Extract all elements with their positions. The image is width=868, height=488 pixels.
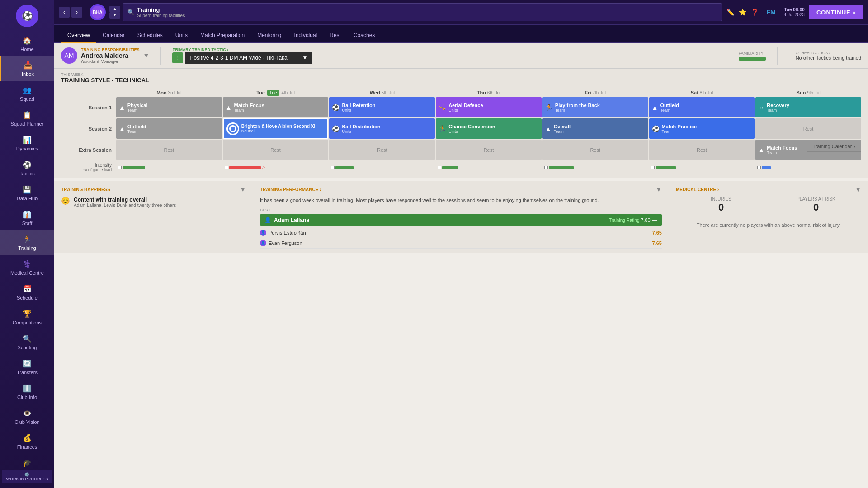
extra-mon[interactable]: Rest xyxy=(116,140,222,160)
manager-avatar: AM xyxy=(61,47,77,64)
session2-wed[interactable]: ⚽ Ball Distribution Units xyxy=(329,118,435,139)
bottom-panels: TRAINING HAPPINESS ▼ 😊 Content with trai… xyxy=(54,181,868,253)
day-header-thu: Thu 6th Jul xyxy=(436,88,542,97)
sidebar-item-transfers[interactable]: 🔄 Transfers xyxy=(0,355,54,380)
extra-thu[interactable]: Rest xyxy=(436,140,542,160)
club-info-icon: ℹ️ xyxy=(23,384,32,393)
sidebar-item-data-hub[interactable]: 💾 Data Hub xyxy=(0,181,54,206)
player-row-1[interactable]: 👤 Pervis Estupiñán 7.65 xyxy=(260,228,662,238)
star-button[interactable]: ⭐ xyxy=(739,9,746,16)
session2-sat[interactable]: ⚽ Match Practice Team xyxy=(649,118,755,139)
sidebar-item-home[interactable]: 🏠 Home xyxy=(0,32,54,56)
session2-fri[interactable]: ▲ Overall Team xyxy=(542,118,648,139)
session1-wed[interactable]: ⚽ Ball Retention Units xyxy=(329,97,435,117)
resp-dropdown-button[interactable]: ▼ xyxy=(143,52,150,59)
nav-up-button[interactable]: ▲ xyxy=(109,6,120,12)
session1-mon[interactable]: ▲ Physical Team xyxy=(116,97,222,117)
tab-rest[interactable]: Rest xyxy=(323,28,347,43)
sidebar-item-scouting[interactable]: 🔍 Scouting xyxy=(0,330,54,355)
tab-individual[interactable]: Individual xyxy=(288,28,324,43)
tab-mentoring[interactable]: Mentoring xyxy=(251,28,288,43)
sidebar-item-competitions[interactable]: 🏆 Competitions xyxy=(0,305,54,330)
intensity-mon xyxy=(116,163,222,172)
sidebar-item-medical[interactable]: ⚕️ Medical Centre xyxy=(0,255,54,280)
sidebar-item-tactics[interactable]: ⚽ Tactics xyxy=(0,156,54,181)
player2-icon: 👤 xyxy=(260,240,266,246)
session1-fri[interactable]: 🏃 Play from the Back Team xyxy=(542,97,648,117)
session1-thu[interactable]: 🤸 Aerial Defence Units xyxy=(436,97,542,117)
happiness-toggle[interactable]: ▼ xyxy=(240,186,246,193)
datetime: Tue 08:00 4 Jul 2023 xyxy=(784,7,805,17)
sidebar-bottom: ⚙️ WORK IN PROGRESS xyxy=(0,470,54,483)
session2-mon[interactable]: ▲ Outfield Team xyxy=(116,118,222,139)
performance-title[interactable]: TRAINING PERFORMANCE › xyxy=(260,187,321,192)
medical-title[interactable]: MEDICAL CENTRE › xyxy=(676,187,719,192)
extra-fri[interactable]: Rest xyxy=(542,140,648,160)
extra-match-focus-icon: ▲ xyxy=(758,146,764,154)
sidebar-item-dynamics[interactable]: 📊 Dynamics xyxy=(0,131,54,156)
sidebar-item-squad[interactable]: 👥 Squad xyxy=(0,81,54,106)
sidebar-item-inbox[interactable]: 📥 Inbox xyxy=(0,56,54,81)
best-player[interactable]: 👤 Adam Lallana Training Rating 7.80 — xyxy=(260,214,662,226)
tactic-name: Positive 4-2-3-1 DM AM Wide - Tiki-Taka xyxy=(190,55,287,61)
ball-retention-icon: ⚽ xyxy=(332,104,340,111)
resp-label: TRAINING RESPONSIBILITIES xyxy=(81,47,140,52)
search-subtitle: Superb training facilities xyxy=(137,13,185,18)
tab-coaches[interactable]: Coaches xyxy=(347,28,381,43)
day-header-sun: Sun 9th Jul xyxy=(755,88,861,97)
tab-overview[interactable]: Overview xyxy=(61,28,96,43)
session1-sat[interactable]: ▲ Outfield Team xyxy=(649,97,755,117)
nav-forward-button[interactable]: › xyxy=(71,7,82,18)
tactic-dropdown[interactable]: Positive 4-2-3-1 DM AM Wide - Tiki-Taka … xyxy=(185,52,312,64)
nav-down-button[interactable]: ▼ xyxy=(109,12,120,19)
club-logo: ⚽ xyxy=(16,5,38,27)
session2-tue-match[interactable]: Brighton & Hove Albion Second XI Neutral xyxy=(223,118,329,139)
edit-button[interactable]: ✏️ xyxy=(726,9,734,16)
medical-stats: INJURIES 0 PLAYERS AT RISK 0 xyxy=(676,197,861,213)
sidebar-item-finances[interactable]: 💰 Finances xyxy=(0,429,54,454)
tab-schedules[interactable]: Schedules xyxy=(131,28,169,43)
sidebar-item-staff[interactable]: 👔 Staff xyxy=(0,206,54,230)
tab-match-preparation[interactable]: Match Preparation xyxy=(194,28,251,43)
wip-label: WORK IN PROGRESS xyxy=(6,477,48,481)
extra-wed[interactable]: Rest xyxy=(329,140,435,160)
search-bar[interactable]: 🔍 Training Superb training facilities xyxy=(123,3,722,21)
sidebar-item-schedule[interactable]: 📅 Schedule xyxy=(0,280,54,305)
other-tactics-text: No other Tactics being trained xyxy=(796,55,861,61)
session2-thu[interactable]: 🏃 Chance Conversion Units xyxy=(436,118,542,139)
session1-sun[interactable]: ↔ Recovery Team xyxy=(755,97,861,117)
nav-back-button[interactable]: ‹ xyxy=(59,7,70,18)
player-row-2[interactable]: 👤 Evan Ferguson 7.65 xyxy=(260,238,662,249)
sidebar-item-club-info[interactable]: ℹ️ Club Info xyxy=(0,380,54,404)
sidebar-item-club-vision[interactable]: 👁️ Club Vision xyxy=(0,404,54,429)
competitions-icon: 🏆 xyxy=(23,310,32,318)
performance-toggle[interactable]: ▼ xyxy=(656,186,662,193)
tactic-select: ! Positive 4-2-3-1 DM AM Wide - Tiki-Tak… xyxy=(172,52,727,64)
extra-tue[interactable]: Rest xyxy=(223,140,329,160)
week-section: THIS WEEK TRAINING STYLE - TECHNICAL Tra… xyxy=(54,69,868,84)
at-risk-stat: PLAYERS AT RISK 0 xyxy=(771,197,861,213)
sidebar-item-training[interactable]: 🏃 Training xyxy=(0,230,54,255)
best-player-icon: 👤 xyxy=(264,217,271,223)
sidebar-item-squad-planner[interactable]: 📋 Squad Planner xyxy=(0,106,54,131)
match-focus-icon: ▲ xyxy=(226,104,232,111)
familiarity-label: FAMILIARITY xyxy=(739,51,766,56)
help-button[interactable]: ❓ xyxy=(751,9,759,16)
continue-button[interactable]: CONTINUE » xyxy=(809,5,863,19)
training-calendar-button[interactable]: Training Calendar › xyxy=(807,141,861,152)
squad-icon: 👥 xyxy=(23,86,32,94)
tactic-dropdown-arrow-icon: ▼ xyxy=(302,55,307,61)
tab-calendar[interactable]: Calendar xyxy=(96,28,131,43)
session2-sun[interactable]: Rest xyxy=(755,118,861,139)
medical-note: There are currently no players with an a… xyxy=(676,222,861,228)
other-tactics-arrow-icon: › xyxy=(829,51,830,55)
extra-sat[interactable]: Rest xyxy=(649,140,755,160)
tab-units[interactable]: Units xyxy=(169,28,194,43)
extra-session-label: Extra Session xyxy=(61,140,115,160)
physical-icon: ▲ xyxy=(119,104,125,111)
medical-header: MEDICAL CENTRE › ▼ xyxy=(676,186,861,193)
week-style: TRAINING STYLE - TECHNICAL xyxy=(61,77,861,84)
medical-toggle[interactable]: ▼ xyxy=(855,186,861,193)
session1-tue[interactable]: ▲ Match Focus Team xyxy=(223,97,329,117)
happiness-title[interactable]: TRAINING HAPPINESS xyxy=(61,187,110,192)
